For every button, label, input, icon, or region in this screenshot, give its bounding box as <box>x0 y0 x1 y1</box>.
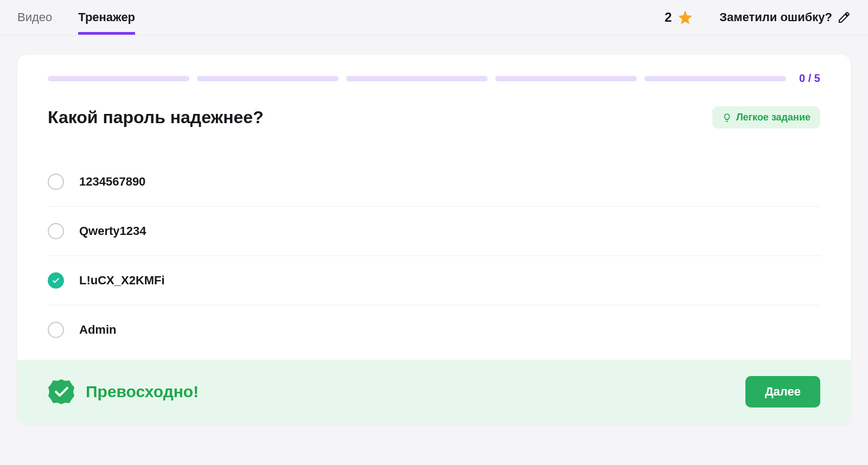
answer-text: Admin <box>79 323 116 337</box>
answer-option[interactable]: L!uCX_X2KMFi <box>48 256 820 305</box>
header-right: 2 Заметили ошибку? <box>665 9 851 26</box>
star-icon <box>677 9 693 26</box>
answer-text: Qwerty1234 <box>79 224 146 238</box>
radio-unchecked-icon <box>48 322 64 338</box>
progress-count: 0 / 5 <box>799 72 820 85</box>
progress-segment <box>346 76 488 81</box>
tab-trainer[interactable]: Тренажер <box>78 0 135 35</box>
progress-segment <box>197 76 339 81</box>
answer-option[interactable]: 1234567890 <box>48 157 820 207</box>
check-icon <box>52 276 60 285</box>
radio-unchecked-icon <box>48 223 64 239</box>
progress-segment <box>644 76 786 81</box>
answer-option[interactable]: Qwerty1234 <box>48 207 820 256</box>
radio-checked-icon <box>48 272 64 289</box>
feedback-text: Превосходно! <box>86 383 199 401</box>
answers-list: 1234567890 Qwerty1234 L!uCX_X2KMFi Admin <box>48 157 820 360</box>
score-display: 2 <box>665 9 693 26</box>
next-button[interactable]: Далее <box>745 376 820 407</box>
tab-video[interactable]: Видео <box>17 0 52 35</box>
difficulty-label: Легкое задание <box>736 112 810 123</box>
answer-text: L!uCX_X2KMFi <box>79 273 165 288</box>
pencil-icon <box>838 11 851 24</box>
answer-text: 1234567890 <box>79 175 145 189</box>
difficulty-badge: Легкое задание <box>712 106 820 129</box>
score-value: 2 <box>665 10 672 25</box>
bulb-icon <box>722 113 732 123</box>
progress-segments <box>48 76 786 81</box>
success-badge-icon <box>48 378 75 405</box>
tabs: Видео Тренажер <box>17 0 135 35</box>
progress-row: 0 / 5 <box>48 72 820 85</box>
radio-unchecked-icon <box>48 174 64 190</box>
answer-option[interactable]: Admin <box>48 305 820 360</box>
feedback-bar: Превосходно! Далее <box>17 360 851 424</box>
header: Видео Тренажер 2 Заметили ошибку? <box>0 0 868 35</box>
report-error-button[interactable]: Заметили ошибку? <box>719 10 851 24</box>
report-error-label: Заметили ошибку? <box>719 10 832 24</box>
question-text: Какой пароль надежнее? <box>48 106 264 129</box>
progress-segment <box>48 76 189 81</box>
progress-segment <box>495 76 637 81</box>
quiz-card: 0 / 5 Какой пароль надежнее? Легкое зада… <box>17 55 851 424</box>
